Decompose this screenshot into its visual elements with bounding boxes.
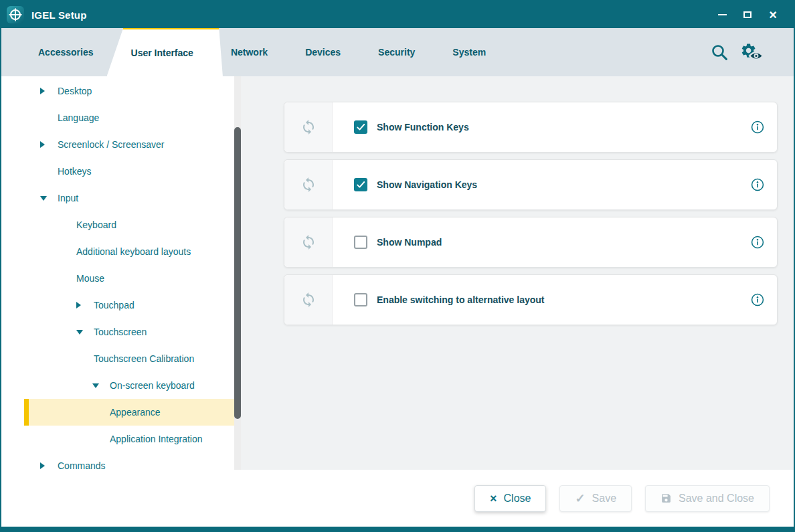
tree-item-label: On-screen keyboard xyxy=(110,380,195,391)
save-and-close-button-label: Save and Close xyxy=(679,493,754,505)
sidebar-item-on-screen-keyboard[interactable]: On-screen keyboard xyxy=(1,372,241,399)
sidebar-item-mouse[interactable]: Mouse xyxy=(1,265,241,292)
tree-item-label: Hotkeys xyxy=(58,166,92,177)
save-button-label: Save xyxy=(592,493,616,505)
tab-bar: Accessories User Interface Network Devic… xyxy=(1,28,794,76)
tab-user-interface[interactable]: User Interface xyxy=(107,25,223,76)
sidebar-item-input[interactable]: Input xyxy=(1,185,241,211)
tree-item-label: Application Integration xyxy=(110,434,203,444)
titlebar: IGEL Setup × xyxy=(1,1,794,28)
sidebar-item-language[interactable]: Language xyxy=(1,104,241,131)
tree-arrow-icon[interactable] xyxy=(92,372,110,399)
setting-checkbox[interactable] xyxy=(354,236,367,249)
tree-item-label: Touchpad xyxy=(94,300,135,311)
setting-label: Show Navigation Keys xyxy=(377,179,477,190)
info-icon[interactable] xyxy=(750,177,765,192)
setting-label: Show Function Keys xyxy=(377,122,469,132)
tab-label: Accessories xyxy=(38,47,94,58)
reset-parameter-icon[interactable] xyxy=(284,217,333,267)
info-icon[interactable] xyxy=(750,120,765,135)
content-area: Desktop Language Screenlock / Screensave… xyxy=(1,76,794,470)
window-controls: × xyxy=(712,5,794,25)
tree-arrow-icon[interactable] xyxy=(40,452,58,470)
tree-item-label: Touchscreen Calibration xyxy=(94,353,194,364)
gear-eye-icon[interactable] xyxy=(740,42,764,62)
floppy-icon xyxy=(660,493,672,504)
setting-label: Show Numpad xyxy=(377,237,442,248)
tab-label: User Interface xyxy=(131,48,193,58)
sidebar-item-appearance[interactable]: Appearance xyxy=(1,399,241,426)
minimize-icon xyxy=(718,14,727,15)
save-and-close-button[interactable]: Save and Close xyxy=(645,485,770,512)
setting-label: Enable switching to alternative layout xyxy=(377,294,545,305)
setting-card-show-navigation-keys: Show Navigation Keys xyxy=(284,159,778,210)
tree-item-label: Input xyxy=(58,193,78,203)
sidebar-item-touchscreen-calibration[interactable]: Touchscreen Calibration xyxy=(1,345,241,372)
sidebar-item-keyboard[interactable]: Keyboard xyxy=(1,211,241,238)
tab-label: Network xyxy=(231,47,268,58)
setting-card-show-function-keys: Show Function Keys xyxy=(284,102,778,153)
settings-list: Show Function Keys Show Navigation Keys xyxy=(241,76,794,325)
window-bottom-accent xyxy=(1,527,794,531)
tree-item-label: Commands xyxy=(58,460,106,470)
sidebar-item-screenlock-screensaver[interactable]: Screenlock / Screensaver xyxy=(1,131,241,158)
sidebar-item-commands[interactable]: Commands xyxy=(1,452,241,470)
tab-list: Accessories User Interface Network Devic… xyxy=(19,28,505,76)
tree-item-label: Additional keyboard layouts xyxy=(76,246,191,257)
tree-item-label: Keyboard xyxy=(76,219,116,230)
tree-item-label: Desktop xyxy=(58,86,92,96)
tab-network[interactable]: Network xyxy=(212,28,286,76)
main-panel: Show Function Keys Show Navigation Keys xyxy=(241,76,794,470)
close-window-button[interactable]: × xyxy=(763,5,783,25)
setting-checkbox[interactable] xyxy=(354,178,367,191)
reset-parameter-icon[interactable] xyxy=(284,275,333,325)
tree-arrow-icon[interactable] xyxy=(76,319,94,345)
sidebar-item-application-integration[interactable]: Application Integration xyxy=(1,426,241,452)
sidebar-scrollbar-thumb[interactable] xyxy=(234,127,241,419)
sidebar-item-hotkeys[interactable]: Hotkeys xyxy=(1,158,241,185)
info-icon[interactable] xyxy=(750,292,765,307)
tab-label: System xyxy=(452,47,486,58)
reset-parameter-icon[interactable] xyxy=(284,102,333,152)
tree-arrow-icon[interactable] xyxy=(40,78,58,104)
igel-logo-icon xyxy=(7,6,24,23)
sidebar: Desktop Language Screenlock / Screensave… xyxy=(1,76,241,470)
tab-accessories[interactable]: Accessories xyxy=(19,28,112,76)
close-x-icon: × xyxy=(490,493,497,505)
setting-checkbox[interactable] xyxy=(354,120,367,134)
check-icon: ✓ xyxy=(575,493,585,505)
save-button[interactable]: ✓ Save xyxy=(559,485,632,512)
reset-parameter-icon[interactable] xyxy=(284,160,333,209)
sidebar-item-touchscreen[interactable]: Touchscreen xyxy=(1,319,241,345)
sidebar-tree: Desktop Language Screenlock / Screensave… xyxy=(1,76,241,470)
maximize-icon xyxy=(743,11,752,18)
tree-arrow-icon[interactable] xyxy=(40,131,58,158)
tree-item-label: Screenlock / Screensaver xyxy=(58,139,165,150)
tab-devices[interactable]: Devices xyxy=(286,28,359,76)
tree-item-label: Touchscreen xyxy=(94,327,147,337)
tree-item-label: Language xyxy=(58,112,99,123)
maximize-button[interactable] xyxy=(737,5,758,25)
tab-security[interactable]: Security xyxy=(359,28,434,76)
window-title: IGEL Setup xyxy=(31,9,87,21)
tree-item-label: Appearance xyxy=(110,407,161,418)
setting-checkbox[interactable] xyxy=(354,293,367,306)
setting-card-enable-switching-to-alternative-layout: Enable switching to alternative layout xyxy=(284,274,778,325)
tab-label: Devices xyxy=(305,47,341,58)
sidebar-item-touchpad[interactable]: Touchpad xyxy=(1,292,241,319)
tree-arrow-icon[interactable] xyxy=(76,292,94,319)
tree-item-label: Mouse xyxy=(76,273,104,284)
tab-actions xyxy=(709,28,794,76)
setting-card-show-numpad: Show Numpad xyxy=(284,217,778,268)
info-icon[interactable] xyxy=(750,235,765,250)
tab-system[interactable]: System xyxy=(434,28,505,76)
close-button[interactable]: × Close xyxy=(474,485,546,512)
search-icon[interactable] xyxy=(709,42,729,62)
close-button-label: Close xyxy=(504,493,531,505)
igel-setup-window: IGEL Setup × Accessories User Interface … xyxy=(0,0,795,532)
footer: × Close ✓ Save Save and Close xyxy=(1,470,794,527)
sidebar-item-desktop[interactable]: Desktop xyxy=(1,78,241,104)
sidebar-item-additional-keyboard-layouts[interactable]: Additional keyboard layouts xyxy=(1,238,241,265)
tree-arrow-icon[interactable] xyxy=(40,185,58,211)
minimize-button[interactable] xyxy=(712,5,732,25)
